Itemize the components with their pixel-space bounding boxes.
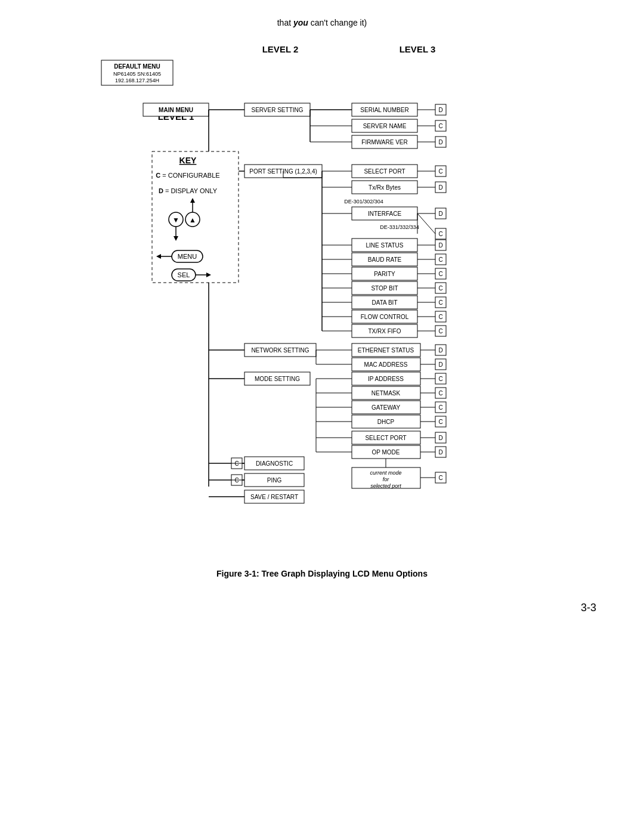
- figure-caption-text: Figure 3-1: Tree Graph Displaying LCD Me…: [216, 569, 428, 578]
- svg-text:NETWORK SETTING: NETWORK SETTING: [251, 347, 309, 354]
- svg-text:OP MODE: OP MODE: [371, 449, 400, 456]
- svg-text:selected port: selected port: [370, 483, 401, 489]
- page-container: that you can't change it) LEVEL 2 LEVEL …: [0, 0, 644, 833]
- level3-label: LEVEL 3: [400, 44, 436, 54]
- svg-line-46: [417, 213, 435, 234]
- svg-text:D: D: [438, 449, 442, 456]
- svg-text:SERVER NAME: SERVER NAME: [363, 123, 407, 129]
- svg-text:C: C: [438, 475, 442, 481]
- svg-text:D: D: [438, 139, 442, 145]
- svg-text:D = DISPLAY   ONLY: D = DISPLAY ONLY: [159, 187, 218, 194]
- svg-text:D: D: [438, 435, 442, 441]
- tree-diagram-svg: LEVEL 2 LEVEL 3 DEFAULT MENU NP61405 SN:…: [83, 39, 561, 558]
- svg-text:GATEWAY: GATEWAY: [371, 404, 400, 411]
- svg-text:SELECT PORT: SELECT PORT: [365, 435, 406, 441]
- svg-text:▼: ▼: [172, 216, 179, 224]
- italic-you: you: [293, 18, 308, 27]
- svg-text:DEFAULT MENU: DEFAULT MENU: [114, 63, 160, 70]
- svg-text:C: C: [438, 271, 442, 277]
- svg-text:D: D: [438, 347, 442, 354]
- svg-text:C: C: [438, 299, 442, 306]
- svg-text:for: for: [383, 476, 390, 482]
- svg-text:C: C: [438, 123, 442, 129]
- svg-text:DE-331/332/334: DE-331/332/334: [380, 224, 419, 230]
- svg-text:SELECT PORT: SELECT PORT: [364, 168, 405, 175]
- svg-text:▲: ▲: [189, 216, 196, 224]
- svg-text:C: C: [438, 404, 442, 411]
- svg-text:SERVER SETTING: SERVER SETTING: [251, 107, 303, 113]
- svg-text:C = CONFIGURABLE: C = CONFIGURABLE: [156, 172, 219, 179]
- svg-text:MAC ADDRESS: MAC ADDRESS: [364, 361, 408, 368]
- level2-label: LEVEL 2: [262, 44, 299, 54]
- svg-text:D: D: [438, 184, 442, 191]
- intro-text: that you can't change it): [0, 12, 644, 27]
- svg-text:DE-301/302/304: DE-301/302/304: [344, 199, 383, 205]
- figure-caption: Figure 3-1: Tree Graph Displaying LCD Me…: [0, 569, 644, 578]
- svg-text:DHCP: DHCP: [377, 419, 395, 425]
- svg-text:STOP BIT: STOP BIT: [371, 285, 398, 292]
- svg-text:Tx/Rx Bytes: Tx/Rx Bytes: [369, 184, 401, 191]
- page-number: 3-3: [581, 602, 596, 614]
- svg-text:C: C: [438, 231, 442, 237]
- svg-text:NP61405 SN:61405: NP61405 SN:61405: [113, 71, 161, 77]
- svg-text:BAUD RATE: BAUD RATE: [368, 256, 402, 263]
- svg-text:MENU: MENU: [178, 253, 197, 260]
- svg-text:MAIN MENU: MAIN MENU: [159, 107, 193, 113]
- svg-text:SEL: SEL: [178, 271, 190, 278]
- svg-text:SAVE / RESTART: SAVE / RESTART: [250, 494, 298, 500]
- svg-text:IP ADDRESS: IP ADDRESS: [368, 376, 404, 382]
- svg-text:PING: PING: [267, 477, 282, 484]
- svg-text:INTERFACE: INTERFACE: [368, 210, 401, 217]
- svg-text:C: C: [438, 328, 442, 335]
- svg-text:C: C: [438, 314, 442, 320]
- svg-text:C: C: [438, 390, 442, 397]
- svg-text:192.168.127.254H: 192.168.127.254H: [115, 78, 159, 83]
- svg-text:FIRMWARE VER: FIRMWARE VER: [361, 139, 407, 145]
- svg-text:ETHERNET STATUS: ETHERNET STATUS: [358, 347, 414, 354]
- svg-text:NETMASK: NETMASK: [371, 390, 401, 397]
- svg-text:C: C: [438, 256, 442, 263]
- svg-text:FLOW CONTROL: FLOW CONTROL: [361, 314, 409, 320]
- svg-text:LINE STATUS: LINE STATUS: [366, 242, 404, 249]
- svg-text:SERIAL NUMBER: SERIAL NUMBER: [360, 107, 408, 113]
- svg-text:D: D: [438, 361, 442, 368]
- svg-text:C: C: [438, 168, 442, 175]
- svg-text:PARITY: PARITY: [374, 271, 395, 277]
- diagram-container: LEVEL 2 LEVEL 3 DEFAULT MENU NP61405 SN:…: [83, 39, 561, 560]
- svg-text:KEY: KEY: [179, 156, 197, 165]
- svg-text:D: D: [438, 210, 442, 217]
- svg-text:C: C: [438, 419, 442, 425]
- svg-text:C: C: [438, 285, 442, 292]
- svg-text:DATA BIT: DATA BIT: [372, 299, 398, 306]
- svg-text:MODE SETTING: MODE SETTING: [255, 376, 300, 382]
- svg-text:C: C: [438, 376, 442, 382]
- svg-text:D: D: [438, 242, 442, 249]
- svg-text:current mode: current mode: [370, 470, 401, 476]
- svg-text:D: D: [438, 107, 442, 113]
- svg-text:DIAGNOSTIC: DIAGNOSTIC: [256, 460, 293, 467]
- svg-text:TX/RX FIFO: TX/RX FIFO: [369, 328, 401, 335]
